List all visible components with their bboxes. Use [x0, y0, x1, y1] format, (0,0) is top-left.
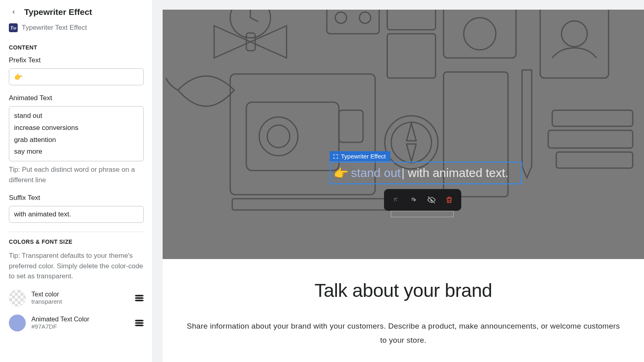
trash-icon: [445, 196, 453, 204]
plugin-name: Typewriter Text Effect: [22, 24, 87, 32]
suffix-input[interactable]: [9, 206, 144, 223]
svg-rect-3: [246, 102, 339, 171]
plugin-row[interactable]: Typ Typewriter Text Effect: [0, 22, 153, 38]
typewriter-suffix: with animated text.: [408, 166, 508, 180]
brand-heading: Talk about your brand: [184, 279, 623, 301]
hover-toolbar: [384, 189, 461, 211]
svg-point-5: [267, 125, 290, 148]
settings-sidebar: Typewriter Effect Typ Typewriter Text Ef…: [0, 0, 153, 362]
content-section: CONTENT Prefix Text Animated Text Tip: P…: [0, 38, 153, 224]
hero-section[interactable]: Typewriter Effect 👉 stand out | with ani…: [163, 10, 644, 259]
svg-point-10: [391, 122, 431, 162]
svg-point-15: [464, 18, 496, 50]
section-title-content: CONTENT: [9, 44, 144, 51]
move-down-button[interactable]: [407, 193, 421, 207]
typewriter-animated: stand out: [351, 166, 400, 180]
dynamic-source-icon[interactable]: [135, 294, 144, 302]
animated-tip: Tip: Put each distinct word or phrase on…: [9, 165, 144, 185]
typewriter-prefix: 👉: [334, 166, 349, 180]
eye-off-icon: [427, 195, 436, 204]
colors-section: COLORS & FONT SIZE Tip: Transparent defa…: [0, 232, 153, 337]
dynamic-source-icon[interactable]: [135, 319, 144, 327]
fullscreen-icon: [333, 154, 339, 159]
suffix-label: Suffix Text: [9, 194, 144, 202]
svg-rect-7: [387, 10, 436, 30]
anim-color-label: Animated Text Color: [31, 316, 129, 323]
anim-color-swatch[interactable]: [9, 315, 26, 331]
typewriter-widget[interactable]: 👉 stand out | with animated text.: [330, 162, 522, 184]
svg-point-12: [335, 12, 347, 23]
text-color-label: Text color: [31, 291, 129, 298]
arrow-down-right-icon: [410, 196, 418, 204]
svg-rect-19: [552, 110, 633, 126]
animated-label: Animated Text: [9, 94, 144, 102]
svg-rect-8: [387, 34, 436, 78]
delete-button[interactable]: [442, 193, 456, 207]
text-color-value: transparent: [31, 298, 129, 305]
typewriter-cursor: |: [401, 166, 405, 180]
prefix-label: Prefix Text: [9, 56, 144, 64]
move-up-button[interactable]: [389, 193, 403, 207]
svg-rect-20: [548, 130, 633, 148]
svg-point-18: [561, 21, 587, 47]
text-color-swatch[interactable]: [9, 290, 26, 306]
plugin-icon: Typ: [9, 23, 18, 32]
hero-doodle-illustration: [163, 10, 644, 259]
animated-textarea[interactable]: [9, 106, 144, 161]
hide-button[interactable]: [425, 193, 438, 207]
colors-tip: Tip: Transparent defaults to your theme'…: [9, 251, 144, 282]
svg-rect-14: [444, 10, 516, 58]
arrow-up-left-icon: [392, 196, 400, 204]
chevron-left-icon: [11, 9, 17, 15]
brand-body: Share information about your brand with …: [184, 319, 623, 347]
svg-rect-22: [232, 199, 393, 210]
svg-rect-11: [327, 10, 379, 34]
section-title-colors: COLORS & FONT SIZE: [9, 239, 144, 245]
svg-rect-21: [556, 152, 633, 168]
svg-rect-17: [540, 10, 609, 78]
preview-canvas: Typewriter Effect 👉 stand out | with ani…: [153, 0, 644, 362]
secondary-selection-outline: [391, 211, 454, 217]
svg-point-13: [359, 12, 371, 23]
sidebar-title: Typewriter Effect: [24, 7, 92, 17]
anim-color-value: #97A7DF: [31, 323, 129, 330]
svg-rect-6: [339, 110, 363, 142]
prefix-input[interactable]: [9, 68, 144, 85]
svg-point-4: [259, 117, 298, 156]
hover-widget-label[interactable]: Typewriter Effect: [330, 151, 390, 161]
text-color-row[interactable]: Text color transparent: [9, 286, 144, 311]
brand-text-section[interactable]: Talk about your brand Share information …: [163, 259, 644, 362]
back-button[interactable]: [8, 6, 19, 18]
anim-color-row[interactable]: Animated Text Color #97A7DF: [9, 311, 144, 335]
